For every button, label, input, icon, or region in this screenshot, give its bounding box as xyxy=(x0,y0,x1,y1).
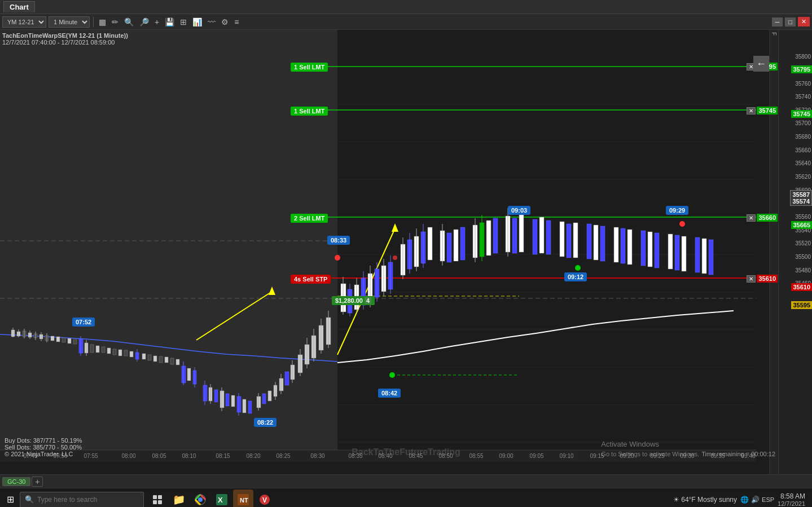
current-price: 3558735574 xyxy=(790,190,812,206)
time-label-0842: 08:42 xyxy=(378,389,401,398)
search-icon: 🔍 xyxy=(25,495,34,504)
svg-text:09:10: 09:10 xyxy=(559,453,573,459)
svg-rect-59 xyxy=(153,356,157,361)
svg-rect-51 xyxy=(113,349,116,355)
svg-text:08:15: 08:15 xyxy=(216,453,230,459)
draw-icon[interactable]: ✏ xyxy=(110,17,120,27)
save-icon[interactable]: 💾 xyxy=(163,17,176,27)
clock-date: 12/7/2021 xyxy=(778,500,805,507)
svg-text:07:55: 07:55 xyxy=(84,453,98,459)
close-sell-stp[interactable]: ✕ xyxy=(747,275,756,283)
svg-text:09:00: 09:00 xyxy=(499,453,513,459)
price-35680: 35680 xyxy=(795,134,811,140)
svg-rect-131 xyxy=(454,230,458,261)
excel-icon[interactable]: X xyxy=(212,490,232,508)
zoom-icon[interactable]: 🔍 xyxy=(122,17,135,27)
settings-icon[interactable]: ⚙ xyxy=(220,17,230,27)
svg-text:NT: NT xyxy=(240,497,248,504)
bar-chart-icon[interactable]: ▦ xyxy=(97,17,108,27)
chart-tab[interactable]: Chart xyxy=(3,1,35,12)
gc-tab[interactable]: GC-30 xyxy=(2,477,30,486)
another-app-icon[interactable]: V xyxy=(254,490,275,508)
sell-lmt-label-2: 2 Sell LMT xyxy=(291,214,328,223)
svg-text:08:30: 08:30 xyxy=(310,453,324,459)
svg-rect-196 xyxy=(158,495,162,499)
svg-text:08:05: 08:05 xyxy=(152,453,166,459)
price-35800: 35800 xyxy=(795,54,811,60)
chart-date-range: 12/7/2021 07:40:00 - 12/7/2021 08:59:00 xyxy=(2,39,128,46)
svg-point-166 xyxy=(679,221,685,227)
add-tab-button[interactable]: + xyxy=(32,477,43,487)
titlebar: Chart xyxy=(0,0,812,14)
symbol-selector[interactable]: YM 12-21 xyxy=(2,16,46,28)
svg-rect-52 xyxy=(118,350,122,356)
svg-rect-48 xyxy=(96,346,99,352)
svg-rect-62 xyxy=(170,358,174,364)
search-input[interactable] xyxy=(37,496,133,504)
copyright: © 2021 NinjaTrader, LLC xyxy=(5,451,82,457)
zoom-out-icon[interactable]: 🔎 xyxy=(138,17,151,27)
indicator-icon[interactable]: 〰 xyxy=(206,17,217,27)
price-35520: 35520 xyxy=(795,240,811,246)
price-tag-35795: 35795 xyxy=(791,65,812,73)
chrome-icon[interactable] xyxy=(190,490,210,508)
svg-rect-198 xyxy=(158,500,162,504)
svg-rect-155 xyxy=(641,231,646,266)
close-btn[interactable]: ✕ xyxy=(798,17,810,27)
price-35745-tag: 35745 xyxy=(757,107,778,114)
svg-rect-73 xyxy=(214,390,218,402)
ninja-trader-icon[interactable]: NT xyxy=(233,490,253,508)
svg-rect-80 xyxy=(243,399,246,413)
svg-rect-138 xyxy=(493,218,498,253)
task-view-icon[interactable] xyxy=(147,490,168,508)
close-sell-lmt-1-mid[interactable]: ✕ xyxy=(747,107,756,114)
template-icon[interactable]: ⊞ xyxy=(178,17,188,27)
svg-rect-39 xyxy=(56,337,60,342)
right-panel-label: F xyxy=(771,32,777,36)
svg-text:08:25: 08:25 xyxy=(276,453,290,459)
svg-point-164 xyxy=(335,255,340,261)
svg-rect-57 xyxy=(142,354,146,359)
price-tag-35610: 35610 xyxy=(791,283,812,291)
chart-type-icon[interactable]: 📊 xyxy=(191,17,204,27)
svg-rect-42 xyxy=(73,340,77,344)
scroll-right-button[interactable]: ← xyxy=(753,56,769,72)
svg-rect-153 xyxy=(621,228,625,263)
price-35760: 35760 xyxy=(795,80,811,86)
file-explorer-icon[interactable]: 📁 xyxy=(169,490,189,508)
svg-rect-162 xyxy=(702,239,706,274)
time-label-0833: 08:33 xyxy=(327,236,350,245)
plus-icon[interactable]: + xyxy=(153,17,161,27)
svg-rect-66 xyxy=(187,368,191,381)
start-button[interactable]: ⊞ xyxy=(2,493,19,506)
svg-rect-156 xyxy=(648,232,652,267)
svg-rect-47 xyxy=(90,345,94,352)
svg-rect-157 xyxy=(655,233,659,268)
minimize-btn[interactable]: ─ xyxy=(772,17,783,27)
svg-point-168 xyxy=(575,265,581,271)
buy-dots-stat: Buy Dots: 387/771 - 50.19% xyxy=(5,437,82,444)
svg-rect-151 xyxy=(600,226,605,261)
svg-line-21 xyxy=(337,228,395,355)
right-panel: F xyxy=(769,30,778,474)
time-label-0752: 07:52 xyxy=(72,318,95,327)
svg-rect-130 xyxy=(447,233,451,262)
svg-text:V: V xyxy=(262,496,267,504)
activate-line1: Activate Windows xyxy=(601,439,699,449)
svg-rect-85 xyxy=(268,391,271,401)
search-box[interactable]: 🔍 xyxy=(20,492,144,508)
svg-rect-40 xyxy=(62,338,65,342)
chart-title: TachEonTimeWarpSE(YM 12-21 (1 Minute)) xyxy=(2,32,128,39)
weather-desc: 64°F Mostly sunny xyxy=(681,496,737,504)
svg-text:08:10: 08:10 xyxy=(182,453,196,459)
network-icon: 🌐 xyxy=(740,496,749,504)
svg-rect-53 xyxy=(124,350,128,356)
timeframe-selector[interactable]: 1 Minute xyxy=(49,16,90,28)
svg-text:X: X xyxy=(218,496,223,504)
svg-rect-132 xyxy=(460,227,465,260)
svg-point-167 xyxy=(389,372,395,378)
taskbar-clock: 8:58 AM 12/7/2021 xyxy=(778,492,805,507)
list-icon[interactable]: ≡ xyxy=(232,17,240,27)
maximize-btn[interactable]: □ xyxy=(785,17,796,27)
close-sell-lmt-2[interactable]: ✕ xyxy=(747,214,756,222)
